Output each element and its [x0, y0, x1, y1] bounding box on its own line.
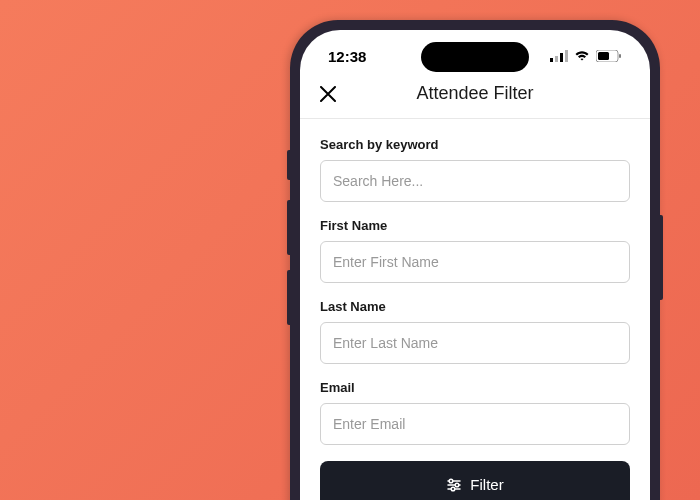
search-label: Search by keyword: [320, 137, 630, 152]
svg-point-12: [452, 487, 456, 491]
svg-point-10: [450, 479, 454, 483]
lastname-label: Last Name: [320, 299, 630, 314]
close-button[interactable]: [320, 86, 336, 102]
svg-rect-3: [565, 50, 568, 62]
phone-screen: 12:38: [300, 30, 650, 500]
form-group-lastname: Last Name: [320, 299, 630, 364]
form-group-email: Email: [320, 380, 630, 445]
form-group-search: Search by keyword: [320, 137, 630, 202]
phone-power-button: [660, 215, 663, 300]
form-content: Search by keyword First Name Last Name E…: [300, 119, 650, 500]
filter-icon: [446, 478, 462, 492]
svg-rect-6: [619, 54, 621, 58]
svg-rect-1: [555, 56, 558, 62]
phone-side-button: [287, 150, 290, 180]
dynamic-island: [421, 42, 529, 72]
cellular-icon: [550, 48, 568, 65]
svg-rect-5: [598, 52, 609, 60]
wifi-icon: [574, 48, 590, 65]
lastname-input[interactable]: [320, 322, 630, 364]
svg-rect-0: [550, 58, 553, 62]
nav-header: Attendee Filter: [300, 73, 650, 119]
svg-rect-2: [560, 53, 563, 62]
filter-button-label: Filter: [470, 476, 503, 493]
close-icon: [320, 86, 336, 102]
phone-volume-up-button: [287, 200, 290, 255]
page-title: Attendee Filter: [320, 83, 630, 104]
form-group-firstname: First Name: [320, 218, 630, 283]
filter-button[interactable]: Filter: [320, 461, 630, 500]
firstname-input[interactable]: [320, 241, 630, 283]
firstname-label: First Name: [320, 218, 630, 233]
battery-icon: [596, 48, 622, 65]
email-label: Email: [320, 380, 630, 395]
status-time: 12:38: [328, 48, 366, 65]
status-icons: [550, 48, 622, 65]
email-input[interactable]: [320, 403, 630, 445]
svg-point-11: [456, 483, 460, 487]
phone-volume-down-button: [287, 270, 290, 325]
search-input[interactable]: [320, 160, 630, 202]
phone-frame: 12:38: [290, 20, 660, 500]
